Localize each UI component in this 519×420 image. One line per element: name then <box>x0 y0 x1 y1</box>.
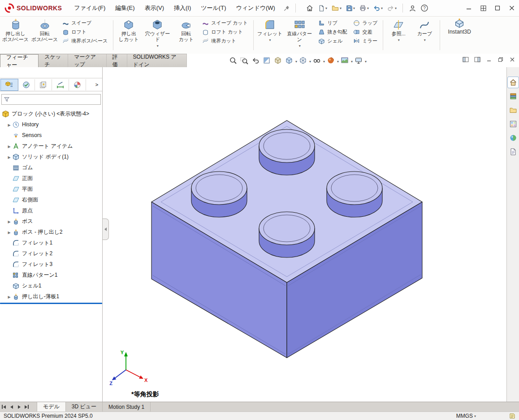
open-icon[interactable] <box>329 2 343 14</box>
mirror-button[interactable]: ミラー <box>351 37 380 45</box>
expand-arrow-icon[interactable] <box>6 218 12 224</box>
menu-item-file[interactable]: ファイル(F) <box>69 0 110 16</box>
boundary-cut-button[interactable]: 境界カット <box>200 37 250 45</box>
dropdown-caret-icon[interactable] <box>156 43 159 49</box>
dropdown-caret-icon[interactable] <box>295 56 297 64</box>
tree-item-linear-pattern1[interactable]: 直線パターン1 <box>0 270 102 280</box>
view-orientation-icon[interactable] <box>284 55 294 66</box>
expand-arrow-icon[interactable] <box>6 121 12 128</box>
previous-view-icon[interactable] <box>250 55 261 66</box>
model-viewport[interactable]: Y X Z *等角投影 <box>103 67 506 402</box>
tree-item-history[interactable]: History <box>0 119 102 130</box>
tree-item-front-plane[interactable]: 正面 <box>0 173 102 184</box>
tree-item-sensors[interactable]: Sensors <box>0 130 102 141</box>
dropdown-caret-icon[interactable] <box>298 43 301 49</box>
tree-item-extrude-thin1[interactable]: 押し出し-薄板1 <box>0 291 102 302</box>
doc-close-icon[interactable] <box>508 56 516 64</box>
tree-item-right-plane[interactable]: 右側面 <box>0 194 102 205</box>
doc-tab-model[interactable]: モデル <box>37 402 66 411</box>
previous-tab-button[interactable] <box>8 402 15 411</box>
doc-tab-motion-study1[interactable]: Motion Study 1 <box>103 402 151 411</box>
expand-arrow-icon[interactable] <box>6 293 12 300</box>
dynamic-annotation-icon[interactable] <box>272 55 283 66</box>
rollback-bar[interactable] <box>0 303 102 304</box>
window-layout-icon[interactable] <box>476 0 490 16</box>
swept-boss-button[interactable]: スイープ <box>60 19 110 27</box>
pane-split-right-icon[interactable] <box>473 56 481 64</box>
expand-arrow-icon[interactable] <box>6 229 12 235</box>
close-icon[interactable] <box>505 0 519 16</box>
user-icon[interactable] <box>407 2 418 14</box>
tree-item-shell1[interactable]: シェル1 <box>0 280 102 291</box>
pane-split-left-icon[interactable] <box>462 56 470 64</box>
tree-item-fillet1[interactable]: フィレット1 <box>0 237 102 248</box>
tab-evaluate[interactable]: 評価 <box>107 54 127 68</box>
shell-button[interactable]: シェル <box>316 37 349 45</box>
revolved-cut-button[interactable]: 回転 カット <box>173 17 199 43</box>
tree-item-top-plane[interactable]: 平面 <box>0 184 102 194</box>
extruded-cut-button[interactable]: 押し出 しカット <box>116 17 142 43</box>
display-style-icon[interactable] <box>298 55 308 66</box>
hide-show-items-icon[interactable] <box>311 55 322 66</box>
instant3d-toggle-button[interactable]: Instant3D <box>442 17 476 35</box>
dropdown-caret-icon[interactable] <box>269 37 271 43</box>
menu-item-edit[interactable]: 編集(E) <box>110 0 139 16</box>
extruded-boss-base-button[interactable]: 押し出し ボス/ベース <box>1 17 30 43</box>
print-icon[interactable] <box>357 2 371 14</box>
tree-item-annotations[interactable]: アノテート アイテム <box>0 141 102 151</box>
tree-item-root-part[interactable]: ブロック (小さい) <表示状態-4> <box>0 108 102 119</box>
propertymanager-icon[interactable] <box>18 79 35 90</box>
tab-sketch[interactable]: スケッチ <box>39 54 68 68</box>
stud-back[interactable] <box>259 129 315 175</box>
stud-right[interactable] <box>327 171 382 217</box>
zoom-area-icon[interactable] <box>239 55 250 66</box>
tree-item-origin[interactable]: 原点 <box>0 205 102 216</box>
dropdown-caret-icon[interactable] <box>424 37 426 43</box>
file-explorer-icon[interactable] <box>508 105 519 116</box>
doc-minimize-icon[interactable] <box>485 56 493 64</box>
boundary-boss-button[interactable]: 境界ボス/ベース <box>60 37 110 45</box>
tab-solidworks-addins[interactable]: SOLIDWORKS アドイン <box>127 54 187 68</box>
tab-features[interactable]: フィーチャー <box>0 54 39 68</box>
tab-markup[interactable]: マークアップ <box>68 54 106 68</box>
next-tab-button[interactable] <box>15 402 23 411</box>
featuremanager-tree-icon[interactable] <box>1 79 18 90</box>
design-library-icon[interactable] <box>508 91 519 102</box>
stud-left[interactable] <box>191 171 247 217</box>
tree-item-boss[interactable]: ボス <box>0 216 102 227</box>
panel-collapse-handle[interactable] <box>103 219 109 240</box>
doc-restore-icon[interactable] <box>497 56 505 64</box>
dropdown-caret-icon[interactable] <box>337 56 339 64</box>
maximize-icon[interactable] <box>490 0 505 16</box>
displaymanager-icon[interactable] <box>69 79 86 90</box>
curves-button[interactable]: カーブ <box>411 17 437 43</box>
appearances-scenes-icon[interactable] <box>508 133 519 143</box>
expand-tabs-chevron-icon[interactable] <box>92 79 101 90</box>
zoom-fit-icon[interactable] <box>228 55 238 66</box>
menu-item-view[interactable]: 表示(V) <box>140 0 169 16</box>
edit-appearance-icon[interactable] <box>325 55 336 66</box>
minimize-icon[interactable] <box>462 0 476 16</box>
home-icon[interactable] <box>304 2 316 14</box>
first-tab-button[interactable] <box>0 402 8 411</box>
help-icon[interactable]: ? <box>419 2 430 14</box>
section-view-icon[interactable] <box>261 55 272 66</box>
view-settings-icon[interactable] <box>353 55 364 66</box>
lofted-boss-button[interactable]: ロフト <box>60 28 110 36</box>
swept-cut-button[interactable]: スイープ カット <box>200 19 250 27</box>
view-palette-icon[interactable] <box>508 119 519 129</box>
dropdown-caret-icon[interactable] <box>350 56 353 64</box>
stud-front[interactable] <box>259 212 315 257</box>
dropdown-caret-icon[interactable] <box>323 56 325 64</box>
wrap-button[interactable]: ラップ <box>351 19 380 27</box>
units-selector[interactable]: MMGS <box>456 413 476 419</box>
tree-item-material[interactable]: ゴム <box>0 162 102 173</box>
pin-menu-icon[interactable] <box>282 3 292 13</box>
resources-home-icon[interactable] <box>508 77 519 88</box>
draft-button[interactable]: 抜き勾配 <box>316 28 349 36</box>
fillet-button[interactable]: フィレット <box>256 17 284 43</box>
revolved-boss-base-button[interactable]: 回転 ボス/ベース <box>30 17 59 43</box>
tree-item-solid-bodies[interactable]: ソリッド ボディ(1) <box>0 151 102 162</box>
expand-arrow-icon[interactable] <box>6 154 12 160</box>
new-document-icon[interactable] <box>316 2 329 14</box>
